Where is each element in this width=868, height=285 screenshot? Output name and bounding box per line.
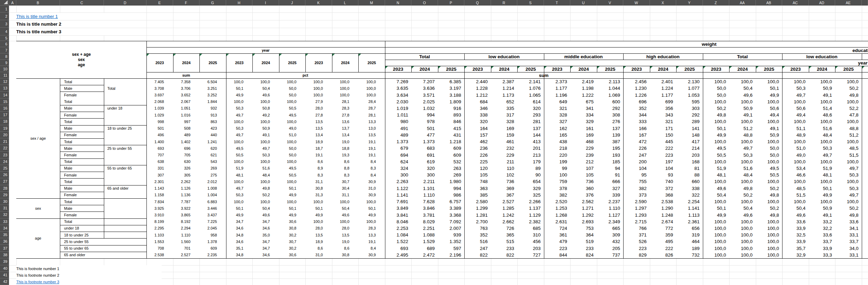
data-cell[interactable]: 49,5 [703,145,730,152]
data-cell[interactable]: 159 [491,132,518,138]
data-cell[interactable]: 30,4 [332,185,359,192]
data-cell[interactable]: 50,1 [809,185,835,192]
data-cell[interactable]: 49,9 [226,92,253,98]
data-cell[interactable]: 185 [597,158,624,165]
data-cell[interactable]: 179 [517,158,544,165]
data-cell[interactable]: 371 [623,232,650,238]
data-cell[interactable]: 7.092 [438,218,465,225]
data-cell[interactable]: 100,0 [756,225,782,232]
data-cell[interactable]: 50,3 [782,85,809,92]
data-cell[interactable]: 50,5 [226,152,253,158]
data-cell[interactable]: 49,8 [835,211,862,218]
data-cell[interactable]: 705 [173,152,200,158]
data-cell[interactable]: 100,0 [252,118,279,125]
data-cell[interactable]: 326 [173,165,200,172]
data-cell[interactable]: 100,0 [226,178,253,185]
data-cell[interactable]: 49,6 [252,92,279,98]
data-cell[interactable]: 50,5 [279,105,306,112]
data-cell[interactable]: 49,8 [835,92,862,98]
data-cell[interactable]: 2.266 [517,198,544,205]
data-cell[interactable]: 100,0 [809,158,835,165]
data-cell[interactable]: 740 [650,178,677,185]
row-group-label-cell[interactable]: sex [16,198,60,218]
data-cell[interactable]: 50,8 [252,105,279,112]
data-cell[interactable]: 195 [597,145,624,152]
data-cell[interactable]: 665 [597,225,624,232]
data-cell[interactable]: 994 [438,185,465,192]
data-cell[interactable]: 307 [146,172,173,178]
data-cell[interactable]: 49,7 [809,152,835,158]
data-cell[interactable]: 211 [491,158,518,165]
stub-cell[interactable]: Male [60,105,104,112]
data-cell[interactable]: 824 [570,252,597,258]
data-cell[interactable]: 50,2 [835,85,862,92]
data-cell[interactable]: 293 [517,112,544,118]
data-cell[interactable]: 34,8 [226,252,253,258]
data-cell[interactable]: 105 [464,172,491,178]
data-cell[interactable]: 100,0 [782,118,809,125]
data-cell[interactable]: 150 [650,132,677,138]
data-cell[interactable]: 203 [517,245,544,252]
data-cell[interactable]: 30,8 [332,252,359,258]
data-cell[interactable]: 105 [570,172,597,178]
title-link[interactable]: This is title number 1 [16,12,238,20]
data-cell[interactable]: 619 [411,158,438,165]
data-cell[interactable]: 100,0 [279,198,306,205]
data-cell[interactable]: 630 [173,158,200,165]
stub-cell[interactable]: Female [60,152,104,158]
pct-header-cell[interactable]: pct [226,72,385,78]
data-cell[interactable]: 2.693 [570,218,597,225]
data-cell[interactable]: 3.697 [146,92,173,98]
data-cell[interactable]: 303 [676,105,703,112]
data-cell[interactable]: 1.137 [517,205,544,211]
data-cell[interactable]: 47,8 [835,112,862,118]
data-cell[interactable]: 50,4 [729,85,756,92]
data-cell[interactable]: 34,7 [252,245,279,252]
data-cell[interactable]: 50,1 [756,85,782,92]
data-cell[interactable]: 100,0 [729,78,756,85]
data-cell[interactable]: 50,2 [835,205,862,211]
stub-cell[interactable]: 25 to under 55 [60,238,104,245]
data-cell[interactable]: 1.084 [385,232,412,238]
data-cell[interactable]: 13,5 [305,232,332,238]
data-cell[interactable]: 50,4 [252,205,279,211]
data-cell[interactable]: 144 [517,132,544,138]
data-cell[interactable]: 649 [544,98,571,105]
weight-header-cell[interactable]: weight [385,41,868,47]
data-cell[interactable]: 49,6 [332,211,359,218]
data-cell[interactable]: 197 [650,158,677,165]
stub-header-cell[interactable]: sex + agesexage [16,41,146,78]
year-cell[interactable]: 2024 [570,66,597,72]
data-cell[interactable]: 100,0 [756,138,782,145]
data-cell[interactable]: 413 [517,138,544,145]
data-cell[interactable]: 772 [650,225,677,232]
data-cell[interactable]: 489 [385,132,412,138]
data-cell[interactable]: 222 [650,245,677,252]
data-cell[interactable]: 13,3 [358,118,385,125]
data-cell[interactable]: 50,4 [252,85,279,92]
stub-cell[interactable]: under 18 [60,225,104,232]
data-cell[interactable]: 50,5 [279,172,306,178]
data-cell[interactable]: 247 [464,245,491,252]
data-cell[interactable]: 7.628 [411,198,438,205]
data-cell[interactable]: 1.177 [544,85,571,92]
data-cell[interactable]: 100,0 [809,138,835,145]
data-cell[interactable]: 308 [597,112,624,118]
data-cell[interactable]: 2.295 [146,225,173,232]
data-cell[interactable]: 8,6 [332,158,359,165]
data-cell[interactable]: 100,0 [279,118,306,125]
data-cell[interactable]: 50,1 [226,85,253,92]
data-cell[interactable]: 100,0 [782,98,809,105]
data-cell[interactable]: 699 [650,98,677,105]
data-cell[interactable]: 167 [623,132,650,138]
data-cell[interactable]: 50,0 [279,92,306,98]
data-cell[interactable]: 49,1 [252,132,279,138]
data-cell[interactable]: 100,0 [252,178,279,185]
data-cell[interactable]: 30,7 [332,178,359,185]
data-cell[interactable]: 13,5 [358,132,385,138]
data-cell[interactable]: 3.188 [438,92,465,98]
data-cell[interactable]: 100,0 [252,138,279,145]
year-cell[interactable]: 2025 [358,53,385,72]
data-cell[interactable]: 1.352 [438,238,465,245]
data-cell[interactable]: 100,0 [809,178,835,185]
